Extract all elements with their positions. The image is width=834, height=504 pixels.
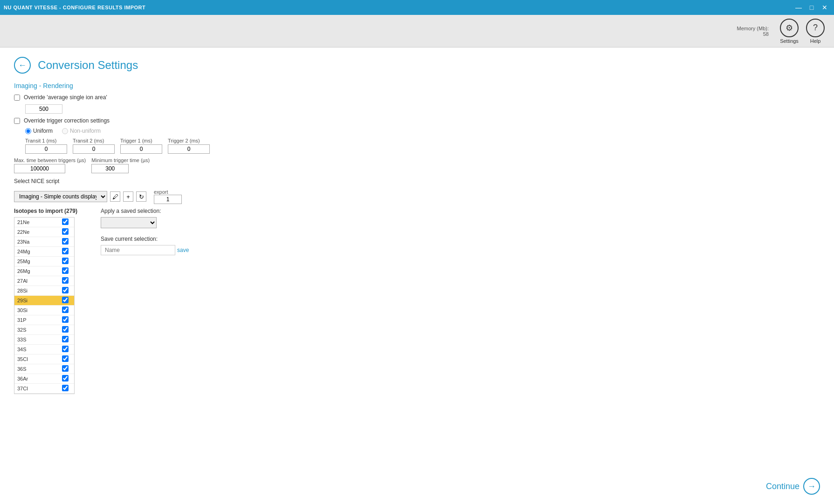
window-controls[interactable]: — □ ✕ [793,2,830,13]
continue-button[interactable]: Continue → [766,478,820,495]
isotopes-header: Isotopes to import (279) [14,208,77,214]
transit2-label: Transit 2 (ms) [73,138,115,143]
uniform-radio-label[interactable]: Uniform [25,128,53,134]
isotope-checkbox[interactable] [62,365,69,372]
help-toolbar-item[interactable]: ? Help [806,19,825,44]
isotope-checkbox-cell[interactable] [56,384,74,394]
table-row[interactable]: 36S [14,364,74,374]
script-refresh-button[interactable]: ↻ [136,191,146,202]
isotope-checkbox-cell[interactable] [56,218,74,227]
isotopes-table-wrapper[interactable]: 21Ne22Ne23Na24Mg25Mg26Mg27Al28Si29Si30Si… [14,217,75,394]
isotope-checkbox-cell[interactable] [56,306,74,315]
isotope-checkbox[interactable] [62,316,69,323]
table-row[interactable]: 30Si [14,306,74,315]
override-trigger-checkbox[interactable] [14,118,20,124]
isotope-checkbox-cell[interactable] [56,266,74,276]
settings-icon[interactable]: ⚙ [780,19,799,37]
minimize-button[interactable]: — [793,2,804,13]
table-row[interactable]: 34S [14,345,74,354]
isotope-checkbox-cell[interactable] [56,315,74,325]
save-name-row: save [101,245,189,255]
table-row[interactable]: 29Si [14,296,74,306]
isotope-checkbox[interactable] [62,346,69,352]
apply-saved-select[interactable] [101,217,157,228]
table-row[interactable]: 35Cl [14,354,74,364]
transit1-input[interactable] [25,144,67,154]
transit-trigger-fields: Transit 1 (ms) Transit 2 (ms) Trigger 1 … [25,138,820,154]
override-avg-checkbox[interactable] [14,95,20,101]
script-add-button[interactable]: + [123,191,133,202]
isotope-checkbox-cell[interactable] [56,237,74,247]
isotope-checkbox[interactable] [62,218,69,225]
isotope-checkbox-cell[interactable] [56,227,74,237]
table-row[interactable]: 23Na [14,237,74,247]
isotope-checkbox-cell[interactable] [56,296,74,306]
max-time-input[interactable] [14,164,65,173]
isotope-checkbox-cell[interactable] [56,325,74,335]
min-trigger-input[interactable] [91,164,129,173]
isotope-checkbox-cell[interactable] [56,257,74,266]
uniform-radio[interactable] [25,128,31,134]
nice-script-select[interactable]: Imaging - Simple counts display Option 2… [14,191,107,202]
isotopes-panel: Isotopes to import (279) 21Ne22Ne23Na24M… [14,208,77,394]
isotope-checkbox[interactable] [62,306,69,313]
isotope-checkbox[interactable] [62,267,69,274]
table-row[interactable]: 37Cl [14,384,74,394]
script-edit-button[interactable]: 🖊 [110,191,120,202]
isotope-checkbox-cell[interactable] [56,374,74,384]
transit2-input[interactable] [73,144,115,154]
isotope-checkbox[interactable] [62,287,69,293]
isotope-checkbox-cell[interactable] [56,345,74,354]
isotope-checkbox[interactable] [62,277,69,284]
isotope-checkbox[interactable] [62,258,69,264]
save-name-input[interactable] [101,245,175,255]
table-row[interactable]: 38Ar [14,394,74,395]
nonuniform-radio[interactable] [62,128,68,134]
maximize-button[interactable]: □ [806,2,817,13]
isotope-checkbox-cell[interactable] [56,247,74,257]
table-row[interactable]: 36Ar [14,374,74,384]
isotope-checkbox[interactable] [62,238,69,245]
apply-saved-label: Apply a saved selection: [101,208,189,214]
isotope-checkbox-cell[interactable] [56,394,74,395]
settings-toolbar-item[interactable]: ⚙ Settings [780,19,799,44]
isotope-name: 23Na [14,237,56,247]
isotope-checkbox[interactable] [62,228,69,235]
isotope-checkbox-cell[interactable] [56,335,74,345]
table-row[interactable]: 27Al [14,276,74,286]
isotope-checkbox-cell[interactable] [56,286,74,296]
back-button[interactable]: ← [14,57,31,74]
trigger2-label: Trigger 2 (ms) [168,138,210,143]
table-row[interactable]: 28Si [14,286,74,296]
isotope-checkbox[interactable] [62,385,69,391]
trigger1-input[interactable] [120,144,162,154]
table-row[interactable]: 21Ne [14,218,74,227]
isotope-checkbox[interactable] [62,248,69,254]
table-row[interactable]: 33S [14,335,74,345]
export-label: export [154,189,182,195]
isotope-checkbox[interactable] [62,375,69,381]
isotope-checkbox[interactable] [62,355,69,362]
isotope-checkbox-cell[interactable] [56,354,74,364]
avg-ion-value-input[interactable]: 500 [25,104,62,114]
table-row[interactable]: 26Mg [14,266,74,276]
titlebar: NU QUANT VITESSE - CONFIGURE RESULTS IMP… [0,0,834,15]
table-row[interactable]: 25Mg [14,257,74,266]
close-button[interactable]: ✕ [819,2,830,13]
isotope-checkbox-cell[interactable] [56,276,74,286]
isotope-checkbox[interactable] [62,297,69,303]
save-button[interactable]: save [177,247,189,253]
table-row[interactable]: 24Mg [14,247,74,257]
help-icon[interactable]: ? [806,19,825,37]
isotope-checkbox[interactable] [62,336,69,342]
nonuniform-radio-label[interactable]: Non-uniform [62,128,101,134]
isotope-name: 36S [14,364,56,374]
trigger2-input[interactable] [168,144,210,154]
export-input[interactable] [154,195,182,204]
table-row[interactable]: 22Ne [14,227,74,237]
isotope-checkbox-cell[interactable] [56,364,74,374]
table-row[interactable]: 32S [14,325,74,335]
isotope-checkbox[interactable] [62,326,69,333]
page-title: Conversion Settings [38,59,138,71]
table-row[interactable]: 31P [14,315,74,325]
